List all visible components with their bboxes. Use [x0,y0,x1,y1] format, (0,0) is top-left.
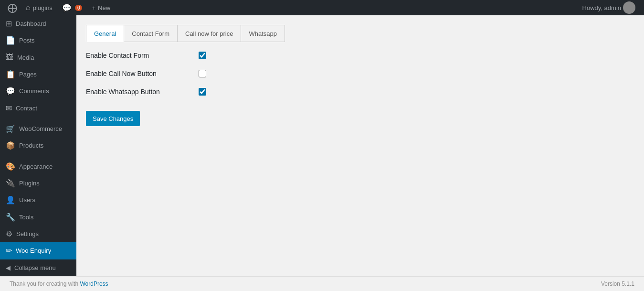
tab-general[interactable]: General [86,25,124,42]
wp-footer: Thank you for creating with WordPress Ve… [0,276,644,291]
sidebar-item-media[interactable]: 🖼 Media [0,49,76,66]
media-icon: 🖼 [6,53,13,62]
collapse-arrow-icon: ◀ [6,264,11,271]
sidebar-collapse-label: Collapse menu [14,264,56,271]
sidebar-item-products[interactable]: 📦 Products [0,137,76,154]
admin-bar-new[interactable]: + New [87,0,115,15]
footer-thanks-text: Thank you for creating with [10,280,78,287]
howdy-text: Howdy, admin [582,4,621,11]
plus-icon: + [92,4,95,11]
plugins-icon: 🔌 [6,179,15,188]
sidebar-item-appearance-label: Appearance [19,163,53,170]
enable-call-now-checkbox[interactable] [199,70,206,77]
users-icon: 👤 [6,195,15,205]
admin-bar-user: Howdy, admin [578,1,640,14]
sidebar-item-comments-label: Comments [19,87,49,95]
enable-contact-form-checkbox[interactable] [199,52,206,59]
sidebar-item-posts-label: Posts [19,37,35,44]
wp-logo-icon[interactable]: ⨁ [4,2,21,13]
admin-bar-home[interactable]: ⌂ plugins [21,0,57,15]
sidebar-item-users[interactable]: 👤 Users [0,192,76,208]
tools-icon: 🔧 [6,213,15,222]
pages-icon: 📋 [6,70,15,79]
wp-layout: ⊞ Dashboard 📄 Posts 🖼 Media 📋 Pages 💬 Co… [0,15,644,276]
appearance-icon: 🎨 [6,162,15,171]
sidebar-item-posts[interactable]: 📄 Posts [0,32,76,49]
tab-whatsapp[interactable]: Whatsapp [241,25,285,42]
tabs-row: General Contact Form Call now for price … [86,25,634,42]
sidebar-item-contact-label: Contact [16,105,37,112]
settings-icon: ⚙ [6,229,12,238]
enable-call-now-label: Enable Call Now Button [86,70,191,77]
admin-bar-comments[interactable]: 💬 0 [57,0,87,15]
sidebar-item-woo-enquiry-label: Woo Enquiry [16,247,51,254]
footer-left: Thank you for creating with WordPress [10,280,108,287]
posts-icon: 📄 [6,36,15,45]
form-row-contact-form: Enable Contact Form [86,52,634,59]
sidebar-collapse-button[interactable]: ◀ Collapse menu [0,259,76,276]
sidebar-item-media-label: Media [17,54,34,61]
contact-icon: ✉ [6,104,12,113]
sidebar-item-woocommerce-label: WooCommerce [19,125,62,132]
sidebar-item-comments[interactable]: 💬 Comments [0,83,76,99]
sidebar: ⊞ Dashboard 📄 Posts 🖼 Media 📋 Pages 💬 Co… [0,15,76,276]
sidebar-item-dashboard-label: Dashboard [16,20,46,27]
sidebar-item-tools[interactable]: 🔧 Tools [0,209,76,226]
sidebar-item-users-label: Users [19,196,35,204]
admin-bar-plugins-label: plugins [33,4,53,11]
sidebar-item-tools-label: Tools [19,214,33,221]
sidebar-item-contact[interactable]: ✉ Contact [0,100,76,117]
dashboard-icon: ⊞ [6,19,12,28]
woocommerce-icon: 🛒 [6,124,15,133]
tab-contact-form[interactable]: Contact Form [124,25,177,42]
comment-icon: 💬 [62,3,72,12]
tab-call-now[interactable]: Call now for price [177,25,241,42]
footer-version: Version 5.1.1 [601,280,634,287]
footer-wp-link[interactable]: WordPress [80,280,108,287]
sidebar-item-pages[interactable]: 📋 Pages [0,66,76,83]
sidebar-item-woocommerce[interactable]: 🛒 WooCommerce [0,120,76,137]
woo-enquiry-icon: ✏ [6,246,12,255]
sidebar-item-woo-enquiry[interactable]: ✏ Woo Enquiry [0,242,76,259]
sidebar-item-pages-label: Pages [19,71,37,78]
save-changes-button[interactable]: Save Changes [86,111,140,126]
sidebar-item-plugins[interactable]: 🔌 Plugins [0,175,76,192]
form-area: Enable Contact Form Enable Call Now Butt… [86,52,634,267]
admin-bar-new-label: New [98,4,110,11]
sidebar-item-plugins-label: Plugins [19,180,40,187]
sidebar-item-settings[interactable]: ⚙ Settings [0,226,76,242]
enable-whatsapp-label: Enable Whatsapp Button [86,88,191,96]
sidebar-item-dashboard[interactable]: ⊞ Dashboard [0,15,76,32]
sidebar-item-settings-label: Settings [16,230,39,237]
enable-contact-form-label: Enable Contact Form [86,52,191,59]
form-row-whatsapp: Enable Whatsapp Button [86,88,634,96]
comments-icon: 💬 [6,86,15,96]
main-content: General Contact Form Call now for price … [76,15,644,276]
comment-badge: 0 [75,5,83,11]
sidebar-item-products-label: Products [19,142,43,149]
user-avatar[interactable] [623,1,635,14]
enable-whatsapp-checkbox[interactable] [199,88,206,96]
admin-bar: ⨁ ⌂ plugins 💬 0 + New Howdy, admin [0,0,644,15]
products-icon: 📦 [6,141,15,150]
sidebar-item-appearance[interactable]: 🎨 Appearance [0,158,76,175]
form-row-call-now: Enable Call Now Button [86,70,634,77]
home-icon: ⌂ [26,3,31,12]
